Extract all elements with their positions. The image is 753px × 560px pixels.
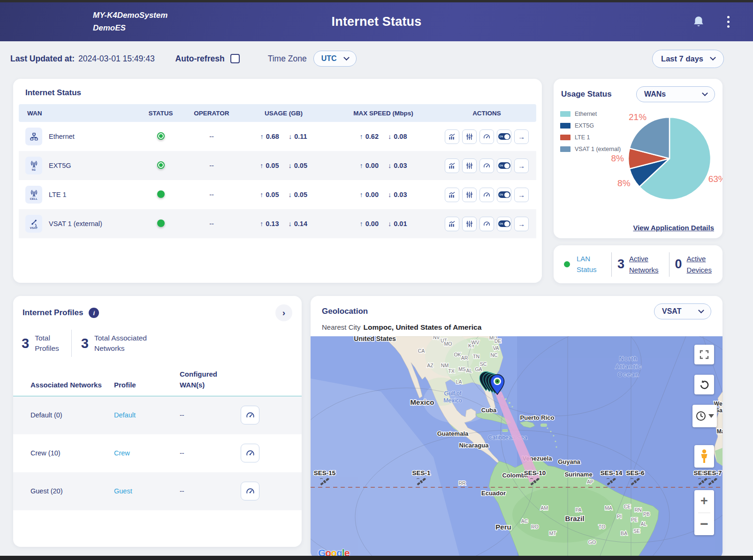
associated-network: Crew (10): [13, 434, 114, 472]
map-country-label: Ecuador: [481, 490, 506, 497]
usage-chart-button[interactable]: [445, 188, 459, 202]
wan-status-dot: [157, 132, 165, 140]
wan-toggle-button[interactable]: ON: [497, 217, 511, 231]
wan-details-button[interactable]: →: [514, 188, 529, 202]
wan-name: VSAT 1 (external): [49, 220, 102, 227]
wan-operator: --: [185, 122, 238, 151]
timeline-button[interactable]: [692, 405, 717, 427]
satellite-icon: VSAT: [25, 215, 42, 233]
wan-column-header: ACTIONS: [437, 104, 536, 122]
antenna-icon: 5G: [25, 157, 42, 174]
download-arrow-icon: ↓: [289, 220, 292, 227]
zoom-in-button[interactable]: +: [700, 490, 708, 513]
wan-column-header: MAX SPEED (Mbps): [329, 104, 437, 122]
wan-usage: ↑0.05 ↓0.05: [260, 162, 307, 169]
map-state-label: TO: [599, 524, 605, 530]
arrow-right-icon: →: [518, 162, 525, 170]
configured-wans: --: [180, 396, 241, 434]
wan-details-button[interactable]: →: [514, 217, 529, 231]
associated-network: Default (0): [13, 396, 114, 434]
profile-link[interactable]: Default: [114, 411, 136, 419]
usage-scope-select[interactable]: WANs: [636, 86, 715, 102]
profiles-column-header: Associated Networks: [13, 369, 114, 396]
chevron-down-icon: [343, 54, 350, 61]
profiles-table: Associated NetworksProfileConfigured WAN…: [13, 369, 302, 510]
wan-table-row: VSAT VSAT 1 (external) -- ↑0.13 ↓0.14 ↑0…: [19, 209, 536, 238]
view-application-details-link[interactable]: View Application Details: [633, 224, 714, 232]
configure-button[interactable]: [462, 188, 477, 202]
map-country-label: Nicaragua: [459, 442, 489, 449]
map-country-label: Mexico: [411, 398, 434, 406]
usage-chart-button[interactable]: [445, 159, 459, 173]
lan-status-label: LANStatus: [577, 254, 606, 275]
active-networks-link[interactable]: ActiveNetworks: [629, 253, 659, 275]
speed-test-button[interactable]: [479, 188, 494, 202]
map-canvas[interactable]: United StatesMexicoCubaPuerto RicoGuatem…: [311, 336, 723, 559]
chevron-down-icon: [698, 307, 704, 313]
map-state-label: TN: [473, 354, 479, 359]
timezone-select[interactable]: UTC: [313, 51, 357, 67]
speed-test-button[interactable]: [479, 129, 494, 144]
active-devices-link[interactable]: ActiveDevices: [687, 253, 712, 275]
wan-usage: ↑0.05 ↓0.05: [260, 191, 307, 198]
map-country-label: Guatemala: [437, 430, 469, 437]
wan-details-button[interactable]: →: [514, 159, 529, 173]
map-country-label: Ma: [717, 428, 723, 435]
speed-test-button[interactable]: [241, 444, 259, 462]
toolbar: Last Updated at: 2024-03-01 15:49:43 Aut…: [0, 45, 753, 72]
map-state-label: AP: [587, 479, 593, 484]
map-state-label: PE: [631, 517, 638, 522]
speed-test-button[interactable]: [479, 217, 494, 231]
fullscreen-button[interactable]: [694, 345, 714, 364]
wan-column-header: USAGE (GB): [238, 104, 329, 122]
upload-arrow-icon: ↑: [260, 133, 263, 140]
map-state-label: AR: [461, 355, 468, 361]
total-networks-label: Total AssociatedNetworks: [94, 333, 147, 354]
profile-link[interactable]: Guest: [114, 487, 132, 495]
pegman-button[interactable]: [694, 445, 714, 468]
configured-wans: --: [180, 472, 241, 510]
wan-toggle-button[interactable]: ON: [497, 129, 511, 144]
wan-details-button[interactable]: →: [514, 129, 529, 144]
wan-toggle-button[interactable]: ON: [497, 159, 511, 173]
map-state-label: MA: [605, 505, 612, 511]
wan-name: EXT5G: [49, 162, 71, 169]
zoom-control: + −: [694, 490, 714, 535]
configured-wans: --: [180, 434, 241, 472]
reset-rotation-button[interactable]: [694, 375, 714, 394]
clock-icon: [695, 410, 707, 422]
usage-chart-button[interactable]: [445, 217, 459, 231]
toggle-on-switch: ON: [498, 162, 510, 169]
geo-source-select[interactable]: VSAT: [654, 303, 711, 319]
zoom-out-button[interactable]: −: [700, 513, 708, 536]
auto-refresh-checkbox[interactable]: [230, 54, 240, 63]
speed-test-button[interactable]: [479, 159, 494, 173]
map-state-label: TX: [448, 368, 454, 374]
wan-toggle-button[interactable]: ON: [497, 188, 511, 202]
chevron-right-button[interactable]: ›: [275, 304, 292, 321]
upload-arrow-icon: ↑: [260, 191, 263, 198]
window-bottom-edge: [0, 556, 753, 560]
map-state-label: MS: [458, 366, 466, 372]
usage-chart-button[interactable]: [445, 129, 459, 144]
speed-test-button[interactable]: [241, 482, 259, 500]
timezone-label: Time Zone: [268, 54, 307, 64]
active-networks-count: 3: [617, 257, 624, 272]
wan-max-speed: ↑0.00 ↓0.01: [360, 220, 407, 227]
configure-button[interactable]: [462, 159, 477, 173]
date-range-select[interactable]: Last 7 days: [652, 50, 724, 68]
configure-button[interactable]: [462, 129, 477, 144]
configure-button[interactable]: [462, 217, 477, 231]
speed-test-button[interactable]: [241, 406, 259, 424]
profile-link[interactable]: Crew: [114, 449, 130, 457]
notifications-bell-icon[interactable]: [692, 15, 705, 29]
profiles-column-header: Configured WAN(s): [180, 369, 241, 396]
info-icon[interactable]: i: [89, 308, 99, 318]
satellite-label: SES-6: [626, 469, 645, 477]
toggle-on-switch: ON: [498, 220, 510, 227]
kebab-menu-icon[interactable]: [727, 16, 730, 28]
map-water-label: Mexico: [443, 397, 462, 404]
upload-arrow-icon: ↑: [260, 220, 263, 227]
wan-table-row: CELL LTE 1 -- ↑0.05 ↓0.05 ↑0.00 ↓0.03 ON…: [19, 180, 536, 209]
map-state-label: CE: [624, 504, 631, 509]
